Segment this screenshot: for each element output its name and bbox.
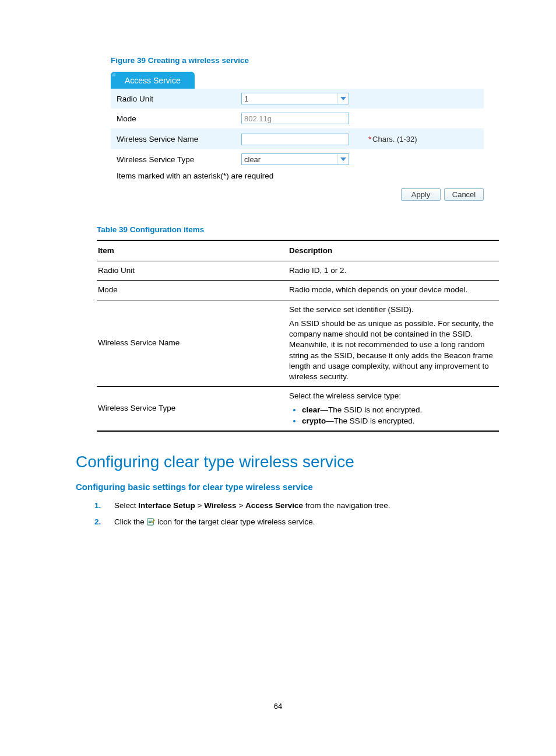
step-bold: Interface Setup xyxy=(138,501,195,510)
label-radio-unit: Radio Unit xyxy=(111,89,235,108)
step-bold: Access Service xyxy=(245,501,303,510)
service-name-hint: *Chars. (1-32) xyxy=(363,128,484,149)
step-bold: Wireless xyxy=(204,501,236,510)
table-row: Radio Unit Radio ID, 1 or 2. xyxy=(97,261,499,281)
page-number: 64 xyxy=(0,702,556,710)
th-desc: Description xyxy=(288,240,499,261)
mode-value: 802.11g xyxy=(244,114,272,123)
cfg-item: Mode xyxy=(97,281,288,300)
step-item: Click the icon for the target clear type… xyxy=(94,516,501,530)
table-row: Wireless Service Type Select the wireles… xyxy=(97,387,499,431)
th-item: Item xyxy=(97,240,288,261)
ssid-desc-p1: Set the service set identifier (SSID). xyxy=(289,304,495,315)
step-text: Select xyxy=(114,501,138,510)
tab-access-service[interactable]: Access Service xyxy=(111,72,195,89)
label-service-name: Wireless Service Name xyxy=(111,128,235,149)
bullet-bold: crypto xyxy=(302,416,326,425)
figure-caption: Figure 39 Creating a wireless service xyxy=(111,56,501,65)
cfg-item: Radio Unit xyxy=(97,261,288,281)
label-mode: Mode xyxy=(111,108,235,128)
edit-icon xyxy=(147,517,156,530)
label-service-type: Wireless Service Type xyxy=(111,149,235,169)
step-text: from the navigation tree. xyxy=(303,501,390,510)
bullet-text: —The SSID is encrypted. xyxy=(326,416,414,425)
step-text: Click the xyxy=(114,517,147,526)
form-table: Radio Unit 1 Mode 802.11g xyxy=(111,89,484,169)
cfg-desc: Select the wireless service type: clear—… xyxy=(288,387,499,431)
step-sep: > xyxy=(195,501,204,510)
table-caption: Table 39 Configuration items xyxy=(97,225,501,234)
ssid-desc-p2: An SSID should be as unique as possible.… xyxy=(289,318,495,382)
cfg-desc: Set the service set identifier (SSID). A… xyxy=(288,300,499,387)
step-sep: > xyxy=(237,501,245,510)
step-text: icon for the target clear type wireless … xyxy=(157,517,315,526)
subsection-heading: Configuring basic settings for clear typ… xyxy=(76,482,501,492)
cfg-desc: Radio ID, 1 or 2. xyxy=(288,261,499,281)
list-item: crypto—The SSID is encrypted. xyxy=(302,416,495,426)
radio-unit-value: 1 xyxy=(244,94,248,103)
apply-button[interactable]: Apply xyxy=(401,188,441,201)
form-row-mode: Mode 802.11g xyxy=(111,108,484,128)
svc-type-intro: Select the wireless service type: xyxy=(289,391,495,401)
chevron-down-icon xyxy=(337,154,349,164)
service-name-input[interactable] xyxy=(241,134,349,145)
cancel-button[interactable]: Cancel xyxy=(444,188,484,201)
service-type-value: clear xyxy=(244,155,261,164)
radio-unit-select[interactable]: 1 xyxy=(241,93,349,104)
page: Figure 39 Creating a wireless service Ac… xyxy=(0,0,556,756)
config-table: Item Description Radio Unit Radio ID, 1 … xyxy=(97,240,499,432)
tab-bar: Access Service xyxy=(111,72,484,89)
required-asterisk: * xyxy=(368,135,371,144)
service-type-select[interactable]: clear xyxy=(241,153,349,165)
form-row-service-type: Wireless Service Type clear xyxy=(111,149,484,169)
cfg-item: Wireless Service Type xyxy=(97,387,288,431)
bullet-text: —The SSID is not encrypted. xyxy=(321,405,423,414)
section-heading: Configuring clear type wireless service xyxy=(76,453,501,471)
steps-list: Select Interface Setup > Wireless > Acce… xyxy=(94,500,501,530)
required-note: Items marked with an asterisk(*) are req… xyxy=(117,172,484,180)
form-row-service-name: Wireless Service Name *Chars. (1-32) xyxy=(111,128,484,149)
cfg-item: Wireless Service Name xyxy=(97,300,288,387)
svc-type-list: clear—The SSID is not encrypted. crypto—… xyxy=(289,405,495,426)
cfg-desc: Radio mode, which depends on your device… xyxy=(288,281,499,300)
table-row: Mode Radio mode, which depends on your d… xyxy=(97,281,499,300)
button-row: Apply Cancel xyxy=(111,188,484,201)
table-row: Wireless Service Name Set the service se… xyxy=(97,300,499,387)
step-item: Select Interface Setup > Wireless > Acce… xyxy=(94,500,501,512)
chevron-down-icon xyxy=(337,93,349,104)
table-header-row: Item Description xyxy=(97,240,499,261)
form-panel: Access Service Radio Unit 1 Mode xyxy=(111,72,484,180)
list-item: clear—The SSID is not encrypted. xyxy=(302,405,495,415)
mode-field: 802.11g xyxy=(241,113,349,124)
service-name-hint-text: Chars. (1-32) xyxy=(372,135,417,144)
form-row-radio-unit: Radio Unit 1 xyxy=(111,89,484,108)
bullet-bold: clear xyxy=(302,405,321,414)
